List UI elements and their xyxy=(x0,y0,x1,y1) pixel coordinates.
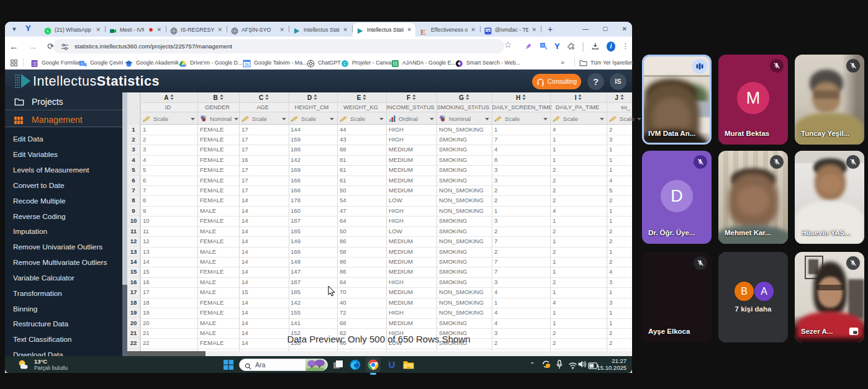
svg-text:31: 31 xyxy=(245,63,249,66)
svg-text:G: G xyxy=(80,61,83,65)
svg-text:G: G xyxy=(541,43,544,47)
svg-text:C: C xyxy=(343,61,346,65)
